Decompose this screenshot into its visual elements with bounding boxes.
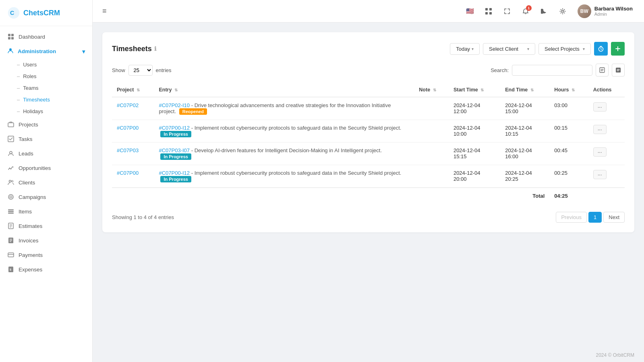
dark-mode-icon[interactable] bbox=[537, 4, 551, 18]
sidebar-item-estimates[interactable]: Estimates bbox=[0, 219, 92, 233]
sidebar-item-users-label: Users bbox=[23, 62, 37, 68]
previous-page-button[interactable]: Previous bbox=[556, 212, 587, 223]
chevron-down-icon: ▾ bbox=[82, 48, 85, 55]
col-start-time[interactable]: Start Time ⇅ bbox=[449, 83, 500, 97]
sidebar-item-teams[interactable]: Teams bbox=[0, 82, 92, 94]
timesheets-filters: Today ▾ Select Client ▾ Select Projects … bbox=[450, 42, 625, 56]
cell-actions-0: ··· bbox=[588, 97, 625, 120]
svg-rect-3 bbox=[11, 34, 14, 36]
project-link-1[interactable]: #C07P00 bbox=[117, 125, 139, 131]
svg-rect-26 bbox=[8, 253, 14, 257]
col-note-label: Note bbox=[419, 87, 430, 93]
notification-icon[interactable]: 1 bbox=[519, 4, 532, 18]
settings-icon[interactable] bbox=[556, 4, 569, 18]
sidebar-item-campaigns[interactable]: Campaigns bbox=[0, 190, 92, 204]
sort-end-time-icon: ⇅ bbox=[530, 88, 534, 92]
sidebar-item-payments-label: Payments bbox=[19, 252, 85, 258]
sidebar-item-users[interactable]: Users bbox=[0, 59, 92, 70]
col-project[interactable]: Project ⇅ bbox=[112, 83, 154, 97]
col-hours[interactable]: Hours ⇅ bbox=[549, 83, 588, 97]
badge-2: In Progress bbox=[160, 153, 191, 160]
cell-project-3: #C07P00 bbox=[112, 165, 154, 188]
svg-point-14 bbox=[10, 197, 11, 197]
menu-toggle-button[interactable]: ≡ bbox=[101, 5, 108, 17]
sidebar-item-opportunities[interactable]: Opportunities bbox=[0, 161, 92, 175]
main-area: ≡ 🇺🇸 1 BW Barbara Wilson Admin bbox=[93, 0, 644, 362]
sidebar-item-expenses[interactable]: $ Expenses bbox=[0, 262, 92, 277]
sidebar-item-invoices[interactable]: Invoices bbox=[0, 233, 92, 248]
flag-icon[interactable]: 🇺🇸 bbox=[463, 4, 477, 18]
svg-text:$: $ bbox=[10, 268, 11, 271]
logo[interactable]: C ChetsCRM bbox=[0, 0, 92, 26]
sort-start-time-icon: ⇅ bbox=[480, 88, 484, 92]
svg-rect-32 bbox=[485, 12, 488, 14]
sidebar-item-opportunities-label: Opportunities bbox=[19, 165, 85, 171]
col-end-time[interactable]: End Time ⇅ bbox=[500, 83, 549, 97]
search-input[interactable] bbox=[512, 65, 592, 76]
entry-link-0[interactable]: #C07P02-I10 bbox=[159, 102, 190, 108]
svg-rect-5 bbox=[11, 37, 14, 39]
col-entry[interactable]: Entry ⇅ bbox=[154, 83, 414, 97]
entry-text-2: - Develop AI-driven features for Intelli… bbox=[191, 147, 382, 153]
sort-note-icon: ⇅ bbox=[433, 88, 436, 92]
expand-icon[interactable] bbox=[500, 4, 514, 18]
export-csv-button[interactable] bbox=[596, 64, 609, 77]
svg-text:C: C bbox=[10, 10, 14, 16]
sort-entry-icon: ⇅ bbox=[174, 88, 178, 92]
next-page-button[interactable]: Next bbox=[603, 212, 625, 223]
export-pdf-button[interactable] bbox=[612, 64, 625, 77]
sidebar-item-dashboard[interactable]: Dashboard bbox=[0, 29, 92, 44]
apps-icon[interactable] bbox=[482, 4, 495, 18]
select-client-button[interactable]: Select Client ▾ bbox=[483, 43, 535, 55]
select-projects-button[interactable]: Select Projects ▾ bbox=[538, 43, 591, 55]
cell-actions-1: ··· bbox=[588, 120, 625, 143]
entry-link-1[interactable]: #C07P00-I12 bbox=[159, 125, 190, 131]
col-note[interactable]: Note ⇅ bbox=[414, 83, 449, 97]
sidebar-item-payments[interactable]: Payments bbox=[0, 248, 92, 262]
table-controls: Show 25 10 50 100 entries Search: bbox=[112, 64, 625, 77]
row-actions-button-1[interactable]: ··· bbox=[593, 125, 607, 134]
topbar: ≡ 🇺🇸 1 BW Barbara Wilson Admin bbox=[93, 0, 644, 23]
sidebar-item-administration[interactable]: Administration ▾ bbox=[0, 44, 92, 59]
svg-rect-2 bbox=[8, 34, 10, 36]
sidebar-item-timesheets[interactable]: Timesheets bbox=[0, 94, 92, 105]
cell-end-time-2: 2024-12-04 16:00 bbox=[500, 143, 549, 165]
project-link-2[interactable]: #C07P03 bbox=[117, 147, 139, 153]
info-icon[interactable]: ℹ bbox=[154, 46, 156, 52]
entries-per-page-select[interactable]: 25 10 50 100 bbox=[128, 65, 153, 76]
estimates-icon bbox=[7, 222, 14, 230]
project-link-3[interactable]: #C07P00 bbox=[117, 170, 139, 176]
sidebar-item-clients[interactable]: Clients bbox=[0, 175, 92, 190]
client-caret-icon: ▾ bbox=[527, 47, 529, 51]
page-1-button[interactable]: 1 bbox=[588, 212, 602, 223]
user-role: Admin bbox=[594, 12, 633, 17]
logo-text: ChetsCRM bbox=[23, 9, 60, 17]
tasks-icon bbox=[7, 135, 14, 143]
total-row: Total 04:25 bbox=[112, 188, 625, 204]
user-profile[interactable]: BW Barbara Wilson Admin bbox=[574, 3, 636, 20]
footer-text: 2024 © OrbitCRM bbox=[596, 352, 634, 358]
timer-button[interactable] bbox=[594, 42, 608, 56]
sidebar-item-leads[interactable]: Leads bbox=[0, 146, 92, 161]
entry-link-2[interactable]: #C07P03-I07 bbox=[159, 147, 190, 153]
select-projects-label: Select Projects bbox=[545, 46, 580, 52]
today-filter-button[interactable]: Today ▾ bbox=[450, 43, 480, 55]
entry-link-3[interactable]: #C07P00-I12 bbox=[159, 170, 190, 176]
opportunities-icon bbox=[7, 164, 14, 172]
sidebar-item-dashboard-label: Dashboard bbox=[19, 34, 85, 40]
sidebar-item-roles[interactable]: Roles bbox=[0, 70, 92, 82]
svg-rect-7 bbox=[8, 123, 14, 127]
campaigns-icon bbox=[7, 193, 14, 201]
sidebar-item-projects[interactable]: Projects bbox=[0, 117, 92, 132]
sidebar-item-holidays[interactable]: Holidays bbox=[0, 105, 92, 117]
table-footer: Total 04:25 bbox=[112, 188, 625, 204]
project-link-0[interactable]: #C07P02 bbox=[117, 102, 139, 108]
row-actions-button-3[interactable]: ··· bbox=[593, 170, 607, 179]
sidebar-item-tasks[interactable]: Tasks bbox=[0, 132, 92, 146]
col-hours-label: Hours bbox=[554, 87, 569, 93]
cell-note-1 bbox=[414, 120, 449, 143]
sidebar-item-items[interactable]: Items bbox=[0, 204, 92, 219]
row-actions-button-0[interactable]: ··· bbox=[593, 102, 607, 112]
add-timesheet-button[interactable] bbox=[611, 42, 625, 56]
row-actions-button-2[interactable]: ··· bbox=[593, 147, 607, 157]
